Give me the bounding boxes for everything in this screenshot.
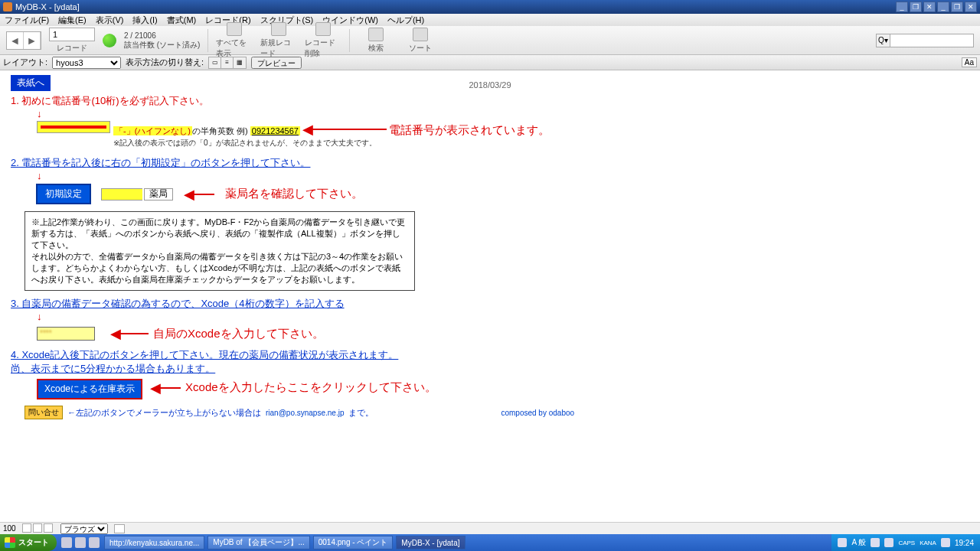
window-titlebar: MyDB-X - [ydata] _ ❐ ✕ _ ❐ ✕ (0, 0, 980, 14)
preview-button[interactable]: プレビュー (251, 57, 302, 69)
annotation-pharmacy: 薬局名を確認して下さい。 (225, 187, 363, 201)
annotation-phone: 電話番号が表示されています。 (389, 123, 550, 136)
arrow-down-icon: ↓ (37, 108, 969, 119)
inner-close-button[interactable]: ✕ (965, 2, 977, 12)
record-nav: ◄ ► (6, 31, 41, 50)
kana-indicator: KANA (920, 540, 936, 546)
show-all-button[interactable]: すべてを表示 (216, 22, 253, 59)
view-toggle: ▭ ≡ ▦ (208, 57, 247, 69)
arrow-down-icon: ↓ (37, 170, 969, 181)
step-1: 1. 初めに電話番号(10桁)を必ず記入下さい。 (11, 94, 969, 108)
clock: 19:24 (955, 539, 974, 547)
record-status: 2 / 21006 該当件数 (ソート済み) (124, 31, 200, 50)
inner-minimize-button[interactable]: _ (937, 2, 949, 12)
email-link[interactable]: rian@po.synapse.ne.jp (266, 409, 344, 417)
delete-record-button[interactable]: レコード削除 (305, 22, 341, 59)
composed-by: composed by odaboo (501, 409, 574, 417)
sort-button[interactable]: ソート (402, 28, 439, 54)
zoom-controls[interactable] (22, 523, 54, 534)
step-4: 4. Xcode記入後下記のボタンを押して下さい。現在の薬局の備蓄状況が表示され… (11, 348, 401, 376)
init-settings-button[interactable]: 初期設定 (37, 184, 90, 204)
menu-file[interactable]: ファイル(F) (5, 15, 49, 26)
toolbar-divider (349, 29, 350, 52)
layout-label: レイアウト: (3, 57, 47, 68)
window-title: MyDB-X - [ydata] (15, 2, 80, 11)
view-table-button[interactable]: ▦ (234, 57, 246, 68)
menu-view[interactable]: 表示(V) (96, 15, 124, 26)
prev-record-button[interactable]: ◄ (7, 32, 24, 49)
view-list-button[interactable]: ≡ (221, 57, 234, 68)
view-switch-label: 表示方法の切り替え: (126, 57, 204, 68)
xcode-input[interactable]: **** (37, 327, 95, 341)
minimize-button[interactable]: _ (896, 2, 908, 12)
phone-input[interactable] (37, 121, 110, 133)
phone-hint: 「-」(ハイフンなし)の半角英数 例) 0921234567 ◀ 電話番号が表示… (113, 121, 550, 148)
inner-maximize-button[interactable]: ❐ (951, 2, 963, 12)
menu-format[interactable]: 書式(M) (167, 15, 197, 26)
close-button[interactable]: ✕ (923, 2, 936, 12)
inquiry-note: ←左記のボタンでメーラーが立ち上がらない場合は (67, 407, 261, 419)
taskbar-item[interactable]: 0014.png - ペイント (313, 536, 394, 549)
tray-icon[interactable] (871, 538, 880, 547)
find-button[interactable]: 検索 (358, 28, 394, 54)
taskbar-item[interactable]: http://kenyaku.sakura.ne... (104, 536, 204, 549)
lock-icon (114, 524, 125, 533)
layout-select[interactable]: hyous3 (52, 57, 121, 69)
windows-logo-icon (5, 537, 15, 548)
pharmacy-name-field: 薬局 (101, 188, 173, 201)
maximize-button[interactable]: ❐ (910, 2, 922, 12)
search-input[interactable] (890, 34, 974, 47)
system-tray: A 般 CAPS KANA 19:24 (831, 534, 980, 551)
tray-icon[interactable] (941, 538, 950, 547)
next-record-button[interactable]: ► (24, 32, 41, 49)
menu-edit[interactable]: 編集(E) (58, 15, 87, 26)
menu-help[interactable]: ヘルプ(H) (387, 15, 424, 26)
caps-indicator: CAPS (898, 540, 915, 546)
start-button[interactable]: スタート (0, 534, 57, 551)
menubar: ファイル(F) 編集(E) 表示(V) 挿入(I) 書式(M) レコード(R) … (0, 14, 980, 26)
ql-icon[interactable] (61, 537, 72, 548)
content-area: 表紙へ 2018/03/29 1. 初めに電話番号(10桁)を必ず記入下さい。 … (0, 70, 980, 530)
inquiry-button[interactable]: 問い合せ (24, 406, 63, 419)
annotation-click: Xcodeを入力したらここをクリックして下さい。 (185, 380, 436, 395)
record-number-input[interactable] (49, 28, 95, 41)
status-bar: 100 ブラウズ (0, 522, 980, 534)
search-icon: Q▾ (876, 34, 890, 47)
new-record-button[interactable]: 新規レコード (260, 22, 297, 59)
ql-icon[interactable] (75, 537, 86, 548)
step-3: 3. 自薬局の備蓄データ確認の為するので、Xcode（4桁の数字）を記入する (11, 297, 969, 311)
ql-icon[interactable] (89, 537, 100, 548)
tray-icon[interactable] (838, 538, 847, 547)
annotation-xcode: 自局のXcodeを入力して下さい。 (153, 327, 324, 341)
zoom-level: 100 (3, 524, 16, 533)
step-2: 2. 電話番号を記入後に右の「初期設定」のボタンを押して下さい。 (11, 156, 969, 170)
record-status-icon (103, 34, 116, 47)
toolbar: ◄ ► レコード 2 / 21006 該当件数 (ソート済み) すべてを表示 新… (0, 26, 980, 55)
layout-bar: レイアウト: hyous3 表示方法の切り替え: ▭ ≡ ▦ プレビュー Aa (0, 55, 980, 70)
taskbar: スタート http://kenyaku.sakura.ne... MyDB of… (0, 534, 980, 551)
mode-select[interactable]: ブラウズ (60, 523, 108, 534)
taskbar-item[interactable]: MyDB of 【会員ページ】... (207, 536, 309, 549)
toolbar-divider (207, 29, 208, 52)
date-label: 2018/03/29 (11, 80, 969, 90)
arrow-down-icon: ↓ (37, 311, 969, 322)
view-form-button[interactable]: ▭ (209, 57, 221, 68)
ime-status[interactable]: A 般 (851, 537, 866, 548)
record-label: レコード (57, 43, 87, 54)
menu-insert[interactable]: 挿入(I) (132, 15, 157, 26)
text-format-button[interactable]: Aa (962, 57, 977, 67)
taskbar-item-active[interactable]: MyDB-X - [ydata] (396, 536, 465, 549)
quick-launch (57, 537, 104, 548)
xcode-stock-button[interactable]: Xcodeによる在庫表示 (37, 379, 142, 399)
cover-tab[interactable]: 表紙へ (11, 75, 51, 91)
app-icon (3, 2, 12, 11)
instruction-box: ※上記2作業が終わり、この画面に戻ります。MyDB-F・F2から自薬局の備蓄デー… (24, 211, 415, 291)
tray-icon[interactable] (884, 538, 893, 547)
